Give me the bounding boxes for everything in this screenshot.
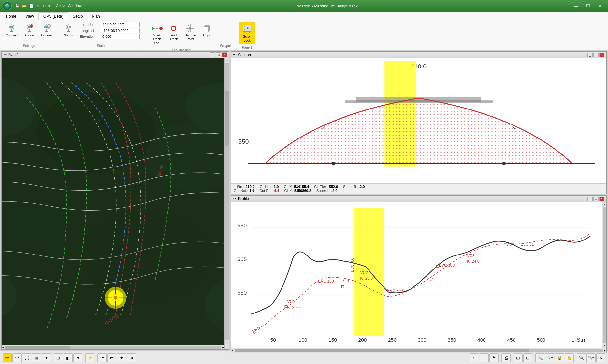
- qa-save[interactable]: 💾: [14, 4, 20, 8]
- svg-text:100: 100: [299, 337, 307, 342]
- section-minimize-button[interactable]: _: [587, 53, 593, 57]
- section-maximize-button[interactable]: □: [593, 53, 599, 57]
- connect-icon: [7, 24, 16, 33]
- plan-map[interactable]: R=1051 R=105: [2, 58, 224, 345]
- tool-pan[interactable]: ✋: [565, 353, 574, 362]
- ribbon: Connect Close: [0, 21, 608, 50]
- elevation-value: 0.000: [101, 34, 140, 39]
- tool-plus[interactable]: ⊕: [127, 353, 136, 362]
- profile-hscroll[interactable]: ◂ ▸: [231, 348, 606, 353]
- copy-button[interactable]: Copy: [199, 22, 214, 39]
- menu-plan[interactable]: Plan: [88, 13, 105, 20]
- tool-mirror-dropdown[interactable]: ▾: [73, 353, 82, 362]
- plan-panel-controls: _ □ ✕: [210, 52, 227, 57]
- minimize-button[interactable]: —: [571, 3, 582, 9]
- settings-buttons: Connect Close: [3, 22, 55, 43]
- options-button[interactable]: Options: [38, 22, 55, 39]
- tool-mirror[interactable]: ◧: [64, 353, 73, 362]
- vscroll-down-arrow[interactable]: ▾: [226, 341, 228, 345]
- hscroll-track: [5, 346, 221, 349]
- plan-content: R=1051 R=105 ◂ ▸ ▴ ▾: [2, 58, 229, 349]
- tool-snap[interactable]: ⚡: [85, 353, 94, 362]
- svg-text:200: 200: [358, 337, 367, 342]
- sample-point-button[interactable]: SamplePoint: [182, 22, 199, 43]
- qa-undo[interactable]: ↩: [42, 4, 46, 8]
- tool-draw[interactable]: ✏: [3, 353, 12, 362]
- menu-home[interactable]: Home: [1, 13, 21, 20]
- plan-vscroll[interactable]: ▴ ▾: [224, 58, 229, 349]
- profile-hscroll-left[interactable]: ◂: [231, 349, 234, 352]
- section-close-button[interactable]: ✕: [599, 53, 604, 57]
- menu-view[interactable]: View: [21, 13, 38, 20]
- qa-dropdown[interactable]: ▾: [48, 4, 51, 8]
- tool-curve[interactable]: 〜: [97, 353, 107, 362]
- tool-layout2[interactable]: ⊟: [523, 353, 532, 362]
- tool-prev[interactable]: ←: [470, 353, 479, 362]
- close-gps-button[interactable]: Close: [22, 22, 37, 39]
- connect-button[interactable]: Connect: [3, 22, 21, 39]
- end-track-button[interactable]: EndTrack: [166, 22, 181, 43]
- tool-next[interactable]: →: [480, 353, 489, 362]
- svg-text:560: 560: [238, 222, 247, 229]
- profile-title: Profile: [238, 197, 249, 201]
- tool-transition[interactable]: ⇌: [107, 353, 116, 362]
- tool-zoom-in-2[interactable]: 🔍: [577, 353, 586, 362]
- scroll-lock-button[interactable]: ScrollLock: [239, 22, 255, 44]
- longitude-value: -123°06'10.200": [101, 28, 140, 33]
- profile-vscroll[interactable]: ▴ ▾: [602, 202, 606, 348]
- tool-lock[interactable]: 🔒: [555, 353, 564, 362]
- hscroll-right-arrow[interactable]: ▸: [222, 345, 224, 349]
- tool-vertex[interactable]: ⛶: [22, 353, 31, 362]
- sample-point-icon: [186, 24, 195, 33]
- menu-gps[interactable]: GPS (Beta): [38, 12, 68, 20]
- sample-point-label: SamplePoint: [185, 34, 196, 41]
- plan-hscroll[interactable]: ◂ ▸: [2, 345, 224, 349]
- profile-title-left: 〜 Profile: [233, 196, 249, 201]
- section-graph: 210.0 550: [231, 58, 606, 183]
- tool-table[interactable]: ⊞: [32, 353, 41, 362]
- profile-maximize-button[interactable]: □: [593, 197, 599, 201]
- tool-zoom-out-1[interactable]: 🔍−: [545, 353, 554, 362]
- hscroll-left-arrow[interactable]: ◂: [2, 345, 5, 349]
- profile-graph[interactable]: 560 555 550 50 100 150 200 250 300 350 4…: [231, 202, 602, 348]
- svg-point-4: [10, 26, 13, 28]
- profile-hscroll-right[interactable]: ▸: [603, 349, 606, 352]
- tool-print[interactable]: 🖨: [501, 353, 511, 362]
- profile-vscroll-up[interactable]: ▴: [603, 202, 606, 206]
- vscroll-up-arrow[interactable]: ▴: [226, 58, 228, 62]
- close-button[interactable]: ✕: [595, 3, 605, 9]
- tool-sep5: [512, 354, 512, 362]
- svg-point-70: [332, 162, 335, 165]
- tool-zoom-out-2[interactable]: 🔍−: [586, 353, 596, 362]
- tool-undo[interactable]: ↩: [12, 353, 22, 362]
- status-button[interactable]: Status: [61, 22, 76, 39]
- tool-flag[interactable]: ⚑: [489, 353, 499, 362]
- quick-access: 💾 📂 📄 🖨 ↩ ▾: [14, 4, 51, 8]
- tool-measure[interactable]: ✕: [596, 353, 605, 362]
- plan-minimize-button[interactable]: _: [210, 52, 215, 57]
- qa-open[interactable]: 📂: [22, 4, 27, 8]
- log-tracking-content: StartTrackLog EndTrack: [148, 22, 214, 47]
- tool-zoom-in-1[interactable]: 🔍: [535, 353, 544, 362]
- super-l-item: Super L: -2.0: [316, 189, 338, 193]
- profile-vscroll-down[interactable]: ▾: [603, 344, 606, 348]
- svg-text:EVC 51: EVC 51: [520, 242, 534, 247]
- qa-print[interactable]: 🖨: [36, 4, 41, 8]
- svg-text:EVC 300: EVC 300: [387, 288, 403, 293]
- menu-setup[interactable]: Setup: [68, 13, 87, 20]
- tool-star[interactable]: ✦: [117, 353, 126, 362]
- plan-close-button[interactable]: ✕: [222, 52, 227, 57]
- start-track-button[interactable]: StartTrackLog: [148, 22, 166, 47]
- svg-text:L-Stn: L-Stn: [572, 336, 585, 343]
- plan-maximize-button[interactable]: □: [216, 52, 221, 57]
- tool-copy[interactable]: ⊡: [54, 353, 63, 362]
- section-title-left: 〜 Section: [233, 52, 251, 57]
- vscroll-thumb: [225, 91, 229, 146]
- profile-minimize-button[interactable]: _: [587, 197, 593, 201]
- profile-close-button[interactable]: ✕: [599, 197, 604, 201]
- tool-layout1[interactable]: ⊞: [514, 353, 523, 362]
- profile-panel-controls: _ □ ✕: [587, 197, 604, 201]
- qa-new[interactable]: 📄: [29, 4, 35, 8]
- maximize-button[interactable]: ☐: [583, 3, 594, 9]
- tool-table-dropdown[interactable]: ▾: [42, 353, 51, 362]
